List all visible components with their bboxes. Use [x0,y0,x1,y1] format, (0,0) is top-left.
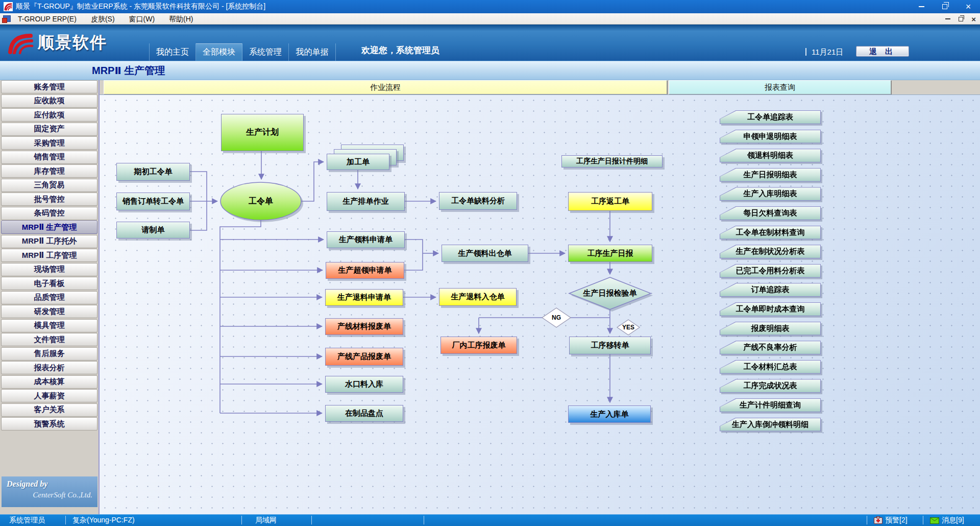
report-button[interactable]: 报废明细表 [720,322,821,336]
flow-node-shortage-analysis[interactable]: 工令单缺料分析 [439,192,517,210]
status-message[interactable]: 消息[9] [930,514,964,526]
report-button[interactable]: 产线不良率分析 [720,341,821,354]
flow-node-initial-work-order[interactable]: 期初工令单 [116,163,190,181]
flow-node-material-issue[interactable]: 生产领料出仓单 [442,245,528,262]
flow-node-production-receipt[interactable]: 生产入库单 [568,405,651,423]
sidebar-item[interactable]: 批号管控 [1,193,97,206]
sidebar-item[interactable]: 模具管理 [1,319,97,332]
report-button[interactable]: 工令材料汇总表 [720,360,821,374]
flow-node-wip-stocktake[interactable]: 在制品盘点 [325,405,403,422]
menu-item[interactable]: 皮肤(S) [84,13,122,25]
sidebar-item[interactable]: 应付款项 [1,108,97,122]
menu-item[interactable]: 帮助(H) [162,13,200,25]
sidebar-item-label: 售后服务 [34,349,65,358]
flow-node-over-request[interactable]: 生产超领申请单 [326,262,404,279]
report-button[interactable]: 申领申退明细表 [720,130,821,144]
report-button[interactable]: 生产在制状况分析表 [720,245,821,258]
close-icon[interactable]: × [957,0,980,13]
sidebar-item[interactable]: MRPⅡ 工序托外 [1,235,97,248]
flow-node-material-request[interactable]: 生产领料申请单 [327,231,405,248]
sidebar-item[interactable]: 预警系统 [1,417,97,431]
status-alert[interactable]: 预警[2] [874,514,908,526]
sidebar-item[interactable]: MRPⅡ 生产管理 [1,221,97,234]
flow-node-process-transfer[interactable]: 工序移转单 [569,337,651,354]
mdi-close-icon[interactable]: × [971,15,976,23]
report-button[interactable]: 已完工令用料分析表 [720,264,821,278]
sidebar-item[interactable]: 三角贸易 [1,179,97,192]
flow-node-work-order[interactable]: 工令单 [220,182,301,220]
nav-tab[interactable]: 我的主页 [150,43,196,61]
restore-icon[interactable] [933,0,957,13]
flow-node-process-daily-report[interactable]: 工序生产日报 [568,245,652,262]
welcome-text: 欢迎您，系统管理员 [361,44,439,56]
flowchart-canvas: 加工单 生产计划 期初工令单 销售订单转工令单 请制单 工令单 生产排单作业 工… [100,94,980,514]
exit-button[interactable]: 退 出 [856,46,909,57]
nav-tab[interactable]: 我的单据 [289,43,335,61]
sidebar-item-label: 固定资产 [34,124,65,134]
sidebar-item[interactable]: 固定资产 [1,123,97,136]
sidebar-item[interactable]: 售后服务 [1,347,97,361]
sidebar-item[interactable]: 销售管理 [1,151,97,164]
sidebar-item-label: 条码管控 [34,208,65,218]
sidebar-item[interactable]: 研发管理 [1,305,97,318]
sidebar-item[interactable]: MRPⅡ 工序管理 [1,249,97,262]
mdi-restore-icon[interactable] [959,17,963,21]
report-button[interactable]: 工令单在制材料查询 [720,226,821,240]
sidebar-item-label: 模具管理 [34,321,65,330]
sidebar-item[interactable]: 电子看板 [1,277,97,290]
status-separator [923,516,923,524]
report-button[interactable]: 生产计件明细查询 [720,398,821,412]
nav-tab[interactable]: 全部模块 [196,43,242,61]
sidebar-item[interactable]: 成本核算 [1,375,97,389]
report-button[interactable]: 生产日报明细表 [720,168,821,182]
report-button[interactable]: 领退料明细表 [720,149,821,162]
flow-node-line-product-scrap[interactable]: 产线产品报废单 [325,348,403,366]
flow-node-production-plan[interactable]: 生产计划 [221,114,304,151]
report-button-label: 工令单追踪表 [720,111,820,124]
menu-item[interactable]: 窗口(W) [122,13,162,25]
flow-node-process-order[interactable]: 加工单 [327,154,389,170]
flow-node-nozzle-material-in[interactable]: 水口料入库 [325,376,403,393]
sidebar-item-label: 电子看板 [34,279,65,289]
sidebar-item[interactable]: 采购管理 [1,136,97,150]
sidebar-item[interactable]: 现场管理 [1,263,97,276]
report-button[interactable]: 订单追踪表 [720,283,821,297]
sidebar-item[interactable]: 账务管理 [1,80,97,93]
flow-node-daily-inspection[interactable]: 生产日报检验单 [569,277,651,309]
sidebar-item-label: 采购管理 [34,138,65,148]
flow-node-factory-process-scrap[interactable]: 厂内工序报废单 [440,337,517,354]
sidebar-item[interactable]: 条码管控 [1,207,97,220]
sidebar-item[interactable]: 应收款项 [1,94,97,108]
mdi-minimize-icon[interactable] [945,18,950,19]
sidebar-item[interactable]: 文件管理 [1,333,97,346]
report-button[interactable]: 生产入库倒冲领料明细 [720,418,821,432]
sidebar-item[interactable]: 客户关系 [1,403,97,417]
flow-node-piecework-detail[interactable]: 工序生产日报计件明细 [561,155,663,168]
report-button[interactable]: 工令单即时成本查询 [720,302,821,316]
report-button[interactable]: 工令单追踪表 [720,110,821,124]
flow-node-sales-order-to-work-order[interactable]: 销售订单转工令单 [116,193,190,210]
sidebar-item[interactable]: 品质管理 [1,291,97,304]
report-button[interactable]: 每日欠料查询表 [720,206,821,220]
menu-item[interactable]: T-GROUP ERP(E) [11,13,84,25]
sidebar-item-label: 三角贸易 [34,180,65,190]
nav-tab[interactable]: 系统管理 [242,43,289,61]
report-button[interactable]: 工序完成状况表 [720,379,821,393]
sidebar-item[interactable]: 报表分析 [1,361,97,374]
flow-node-production-request[interactable]: 请制单 [116,222,190,238]
flow-node-return-receipt[interactable]: 生产退料入仓单 [439,288,517,306]
flow-node-scheduling[interactable]: 生产排单作业 [327,192,405,211]
report-button-label: 订单追踪表 [720,283,820,296]
report-button-label: 生产入库倒冲领料明细 [720,418,820,431]
report-button[interactable]: 生产入库明细表 [720,187,821,201]
flow-node-line-material-scrap[interactable]: 产线材料报废单 [325,318,403,335]
sidebar-item[interactable]: 人事薪资 [1,389,97,402]
sidebar-item[interactable]: 库存管理 [1,164,97,178]
report-button-label: 工令单即时成本查询 [720,303,820,316]
flow-node-process-rework[interactable]: 工序返工单 [568,192,652,211]
flow-node-return-request[interactable]: 生产退料申请单 [325,289,403,306]
report-button-label: 申领申退明细表 [720,130,820,143]
minimize-icon[interactable] [910,0,933,13]
nav-tabs: 我的主页全部模块系统管理我的单据 [149,43,336,61]
report-button-label: 报废明细表 [720,322,820,335]
